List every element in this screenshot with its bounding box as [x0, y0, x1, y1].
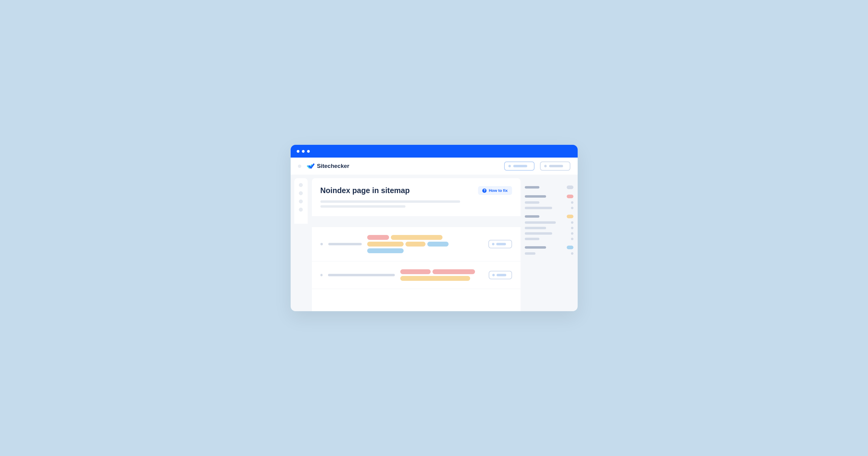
checkmark-icon	[307, 162, 315, 170]
nav-item[interactable]	[299, 183, 303, 187]
how-to-fix-label: How to fix	[489, 188, 507, 193]
summary-label-placeholder	[525, 215, 539, 218]
summary-subitem[interactable]	[525, 221, 574, 224]
summary-label-placeholder	[525, 246, 546, 249]
summary-group	[525, 246, 574, 255]
tag	[367, 242, 404, 247]
count-placeholder	[571, 232, 574, 235]
description-placeholder	[320, 205, 405, 208]
summary-item[interactable]	[525, 246, 574, 249]
summary-group	[525, 215, 574, 240]
summary-label-placeholder	[525, 195, 546, 198]
page-title: Noindex page in sitemap	[320, 186, 410, 195]
row-action-button[interactable]	[489, 271, 512, 279]
right-panel	[525, 178, 574, 311]
issue-row[interactable]	[312, 261, 521, 289]
tag	[391, 235, 442, 240]
button-placeholder-icon	[492, 274, 495, 276]
summary-group	[525, 195, 574, 209]
row-bullet-icon	[320, 274, 323, 276]
button-placeholder-label	[549, 165, 563, 167]
count-placeholder	[571, 227, 574, 229]
content-panel: Noindex page in sitemap ? How to fix	[312, 178, 521, 311]
count-placeholder	[571, 221, 574, 224]
summary-subitem[interactable]	[525, 238, 574, 240]
summary-group	[525, 186, 574, 189]
summary-label-placeholder	[525, 207, 552, 209]
description-placeholder	[320, 200, 460, 203]
content-header: Noindex page in sitemap ? How to fix	[312, 178, 521, 216]
summary-label-placeholder	[525, 238, 539, 240]
nav-item[interactable]	[299, 199, 303, 203]
status-badge	[567, 186, 574, 189]
sidebar-nav	[294, 178, 308, 224]
button-placeholder-icon	[508, 165, 511, 167]
button-placeholder-label	[513, 165, 527, 167]
summary-item[interactable]	[525, 195, 574, 198]
summary-label-placeholder	[525, 232, 552, 235]
row-bullet-icon	[320, 243, 323, 245]
tag	[400, 276, 470, 281]
row-label-placeholder	[328, 243, 362, 245]
summary-label-placeholder	[525, 252, 535, 255]
row-action-button[interactable]	[488, 240, 512, 248]
row-label-placeholder	[328, 274, 395, 276]
summary-subitem[interactable]	[525, 227, 574, 229]
summary-item[interactable]	[525, 215, 574, 218]
tag	[367, 248, 404, 253]
summary-label-placeholder	[525, 201, 539, 204]
window-control-minimize[interactable]	[302, 150, 305, 153]
summary-label-placeholder	[525, 186, 539, 189]
status-badge	[567, 215, 574, 218]
summary-label-placeholder	[525, 227, 546, 229]
nav-item[interactable]	[299, 208, 303, 211]
app-body: Noindex page in sitemap ? How to fix	[291, 174, 578, 311]
tag	[405, 242, 426, 247]
issue-row[interactable]	[312, 227, 521, 261]
summary-label-placeholder	[525, 221, 556, 224]
header-button-primary[interactable]	[504, 162, 534, 171]
nav-item[interactable]	[299, 191, 303, 195]
summary-subitem[interactable]	[525, 252, 574, 255]
app-header: Sitechecker	[291, 158, 578, 174]
tag-group	[400, 269, 483, 281]
count-placeholder	[571, 252, 574, 255]
menu-icon[interactable]	[298, 165, 301, 168]
status-badge	[567, 246, 574, 249]
brand-logo[interactable]: Sitechecker	[307, 162, 349, 170]
brand-name: Sitechecker	[317, 163, 349, 169]
header-button-secondary[interactable]	[540, 162, 570, 171]
app-window: Sitechecker Noindex page in sitemap	[291, 145, 578, 311]
tag	[432, 269, 475, 274]
tag	[400, 269, 431, 274]
button-placeholder-label	[496, 243, 506, 245]
summary-subitem[interactable]	[525, 207, 574, 209]
summary-subitem[interactable]	[525, 201, 574, 204]
button-placeholder-label	[497, 274, 506, 276]
count-placeholder	[571, 207, 574, 209]
tag	[367, 235, 389, 240]
main-area: Noindex page in sitemap ? How to fix	[308, 174, 578, 311]
status-badge	[567, 195, 574, 198]
window-control-close[interactable]	[297, 150, 300, 153]
section-divider	[312, 216, 521, 227]
how-to-fix-button[interactable]: ? How to fix	[478, 186, 512, 195]
summary-item[interactable]	[525, 186, 574, 189]
help-icon: ?	[482, 189, 487, 193]
button-placeholder-icon	[492, 243, 494, 245]
tag-group	[367, 235, 452, 253]
summary-subitem[interactable]	[525, 232, 574, 235]
window-titlebar	[291, 145, 578, 158]
button-placeholder-icon	[544, 165, 547, 167]
count-placeholder	[571, 201, 574, 204]
window-control-maximize[interactable]	[307, 150, 310, 153]
tag	[427, 242, 448, 247]
count-placeholder	[571, 238, 574, 240]
